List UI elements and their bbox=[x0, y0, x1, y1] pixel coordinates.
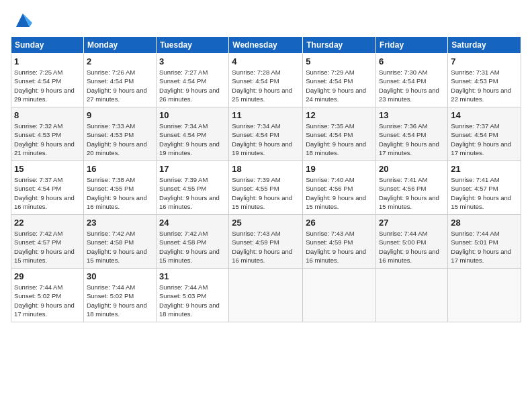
day-info: Sunrise: 7:41 AMSunset: 4:57 PMDaylight:… bbox=[451, 176, 511, 210]
weekday-header: Friday bbox=[376, 37, 448, 54]
calendar-day: 23 Sunrise: 7:42 AMSunset: 4:58 PMDaylig… bbox=[83, 215, 156, 269]
day-info: Sunrise: 7:43 AMSunset: 4:59 PMDaylight:… bbox=[306, 230, 366, 264]
calendar-day: 16 Sunrise: 7:38 AMSunset: 4:55 PMDaylig… bbox=[83, 161, 156, 215]
calendar-day: 14 Sunrise: 7:37 AMSunset: 4:54 PMDaylig… bbox=[448, 107, 521, 161]
day-number: 10 bbox=[159, 110, 226, 120]
day-number: 4 bbox=[232, 56, 300, 66]
day-info: Sunrise: 7:42 AMSunset: 4:58 PMDaylight:… bbox=[159, 230, 220, 264]
logo-icon bbox=[13, 11, 32, 30]
calendar-day: 9 Sunrise: 7:33 AMSunset: 4:53 PMDayligh… bbox=[83, 107, 156, 161]
day-info: Sunrise: 7:41 AMSunset: 4:56 PMDaylight:… bbox=[379, 176, 439, 210]
day-info: Sunrise: 7:31 AMSunset: 4:53 PMDaylight:… bbox=[451, 68, 511, 103]
page: SundayMondayTuesdayWednesdayThursdayFrid… bbox=[0, 0, 532, 411]
calendar-day: 5 Sunrise: 7:29 AMSunset: 4:54 PMDayligh… bbox=[303, 54, 376, 107]
day-info: Sunrise: 7:44 AMSunset: 5:00 PMDaylight:… bbox=[379, 230, 439, 264]
calendar-day: 22 Sunrise: 7:42 AMSunset: 4:57 PMDaylig… bbox=[11, 215, 84, 269]
day-info: Sunrise: 7:40 AMSunset: 4:56 PMDaylight:… bbox=[306, 176, 366, 210]
calendar-day: 4 Sunrise: 7:28 AMSunset: 4:54 PMDayligh… bbox=[229, 54, 303, 107]
calendar-week: 8 Sunrise: 7:32 AMSunset: 4:53 PMDayligh… bbox=[11, 107, 521, 161]
day-info: Sunrise: 7:38 AMSunset: 4:55 PMDaylight:… bbox=[87, 176, 147, 210]
calendar-day: 18 Sunrise: 7:39 AMSunset: 4:55 PMDaylig… bbox=[229, 161, 303, 215]
weekday-header: Sunday bbox=[11, 37, 84, 54]
day-number: 16 bbox=[87, 164, 153, 174]
calendar-day: 3 Sunrise: 7:27 AMSunset: 4:54 PMDayligh… bbox=[157, 54, 229, 107]
day-info: Sunrise: 7:33 AMSunset: 4:53 PMDaylight:… bbox=[87, 122, 147, 156]
day-number: 3 bbox=[159, 56, 226, 66]
calendar-week: 15 Sunrise: 7:37 AMSunset: 4:54 PMDaylig… bbox=[11, 161, 521, 215]
calendar-day: 26 Sunrise: 7:43 AMSunset: 4:59 PMDaylig… bbox=[303, 215, 376, 269]
calendar-day: 27 Sunrise: 7:44 AMSunset: 5:00 PMDaylig… bbox=[376, 215, 448, 269]
calendar-day: 11 Sunrise: 7:34 AMSunset: 4:54 PMDaylig… bbox=[229, 107, 303, 161]
day-info: Sunrise: 7:34 AMSunset: 4:54 PMDaylight:… bbox=[159, 122, 220, 156]
day-info: Sunrise: 7:32 AMSunset: 4:53 PMDaylight:… bbox=[14, 122, 75, 156]
day-info: Sunrise: 7:39 AMSunset: 4:55 PMDaylight:… bbox=[159, 176, 220, 210]
day-number: 2 bbox=[87, 56, 153, 66]
calendar-day: 24 Sunrise: 7:42 AMSunset: 4:58 PMDaylig… bbox=[157, 215, 229, 269]
calendar-day: 6 Sunrise: 7:30 AMSunset: 4:54 PMDayligh… bbox=[376, 54, 448, 107]
empty-cell bbox=[303, 269, 376, 322]
day-number: 23 bbox=[87, 218, 153, 228]
calendar-day: 2 Sunrise: 7:26 AMSunset: 4:54 PMDayligh… bbox=[83, 54, 156, 107]
day-number: 24 bbox=[159, 218, 226, 228]
calendar-day: 15 Sunrise: 7:37 AMSunset: 4:54 PMDaylig… bbox=[11, 161, 84, 215]
day-info: Sunrise: 7:27 AMSunset: 4:54 PMDaylight:… bbox=[159, 68, 220, 103]
day-number: 21 bbox=[451, 164, 518, 174]
day-info: Sunrise: 7:35 AMSunset: 4:54 PMDaylight:… bbox=[306, 122, 366, 156]
calendar-day: 17 Sunrise: 7:39 AMSunset: 4:55 PMDaylig… bbox=[157, 161, 229, 215]
weekday-header: Monday bbox=[83, 37, 156, 54]
day-info: Sunrise: 7:34 AMSunset: 4:54 PMDaylight:… bbox=[232, 122, 292, 156]
day-number: 6 bbox=[379, 56, 445, 66]
day-number: 12 bbox=[306, 110, 373, 120]
day-info: Sunrise: 7:36 AMSunset: 4:54 PMDaylight:… bbox=[379, 122, 439, 156]
day-number: 20 bbox=[379, 164, 445, 174]
day-info: Sunrise: 7:25 AMSunset: 4:54 PMDaylight:… bbox=[14, 68, 75, 103]
calendar-day: 21 Sunrise: 7:41 AMSunset: 4:57 PMDaylig… bbox=[448, 161, 521, 215]
empty-cell bbox=[376, 269, 448, 322]
calendar-day: 10 Sunrise: 7:34 AMSunset: 4:54 PMDaylig… bbox=[157, 107, 229, 161]
calendar-day: 25 Sunrise: 7:43 AMSunset: 4:59 PMDaylig… bbox=[229, 215, 303, 269]
header bbox=[11, 11, 521, 30]
day-number: 11 bbox=[232, 110, 300, 120]
day-number: 19 bbox=[306, 164, 373, 174]
calendar-day: 13 Sunrise: 7:36 AMSunset: 4:54 PMDaylig… bbox=[376, 107, 448, 161]
day-number: 26 bbox=[306, 218, 373, 228]
calendar-day: 1 Sunrise: 7:25 AMSunset: 4:54 PMDayligh… bbox=[11, 54, 84, 107]
calendar-week: 1 Sunrise: 7:25 AMSunset: 4:54 PMDayligh… bbox=[11, 54, 521, 107]
weekday-header: Thursday bbox=[303, 37, 376, 54]
calendar-day: 19 Sunrise: 7:40 AMSunset: 4:56 PMDaylig… bbox=[303, 161, 376, 215]
calendar-week: 22 Sunrise: 7:42 AMSunset: 4:57 PMDaylig… bbox=[11, 215, 521, 269]
day-number: 14 bbox=[451, 110, 518, 120]
day-number: 1 bbox=[14, 56, 81, 66]
day-info: Sunrise: 7:42 AMSunset: 4:57 PMDaylight:… bbox=[14, 230, 75, 264]
day-number: 5 bbox=[306, 56, 373, 66]
day-number: 22 bbox=[14, 218, 81, 228]
empty-cell bbox=[448, 269, 521, 322]
day-number: 29 bbox=[14, 271, 81, 281]
day-number: 9 bbox=[87, 110, 153, 120]
day-number: 27 bbox=[379, 218, 445, 228]
day-info: Sunrise: 7:37 AMSunset: 4:54 PMDaylight:… bbox=[14, 176, 75, 210]
day-number: 15 bbox=[14, 164, 81, 174]
day-info: Sunrise: 7:44 AMSunset: 5:01 PMDaylight:… bbox=[451, 230, 511, 264]
calendar-day: 30 Sunrise: 7:44 AMSunset: 5:02 PMDaylig… bbox=[83, 269, 156, 322]
day-info: Sunrise: 7:26 AMSunset: 4:54 PMDaylight:… bbox=[87, 68, 147, 103]
day-info: Sunrise: 7:44 AMSunset: 5:02 PMDaylight:… bbox=[87, 283, 147, 318]
day-info: Sunrise: 7:39 AMSunset: 4:55 PMDaylight:… bbox=[232, 176, 292, 210]
calendar-week: 29 Sunrise: 7:44 AMSunset: 5:02 PMDaylig… bbox=[11, 269, 521, 322]
day-number: 31 bbox=[159, 271, 226, 281]
calendar-day: 28 Sunrise: 7:44 AMSunset: 5:01 PMDaylig… bbox=[448, 215, 521, 269]
day-number: 7 bbox=[451, 56, 518, 66]
day-number: 28 bbox=[451, 218, 518, 228]
day-info: Sunrise: 7:43 AMSunset: 4:59 PMDaylight:… bbox=[232, 230, 292, 264]
day-number: 30 bbox=[87, 271, 153, 281]
calendar-day: 29 Sunrise: 7:44 AMSunset: 5:02 PMDaylig… bbox=[11, 269, 84, 322]
calendar-day: 31 Sunrise: 7:44 AMSunset: 5:03 PMDaylig… bbox=[157, 269, 229, 322]
day-number: 13 bbox=[379, 110, 445, 120]
day-info: Sunrise: 7:28 AMSunset: 4:54 PMDaylight:… bbox=[232, 68, 292, 103]
calendar-day: 12 Sunrise: 7:35 AMSunset: 4:54 PMDaylig… bbox=[303, 107, 376, 161]
day-number: 25 bbox=[232, 218, 300, 228]
day-info: Sunrise: 7:29 AMSunset: 4:54 PMDaylight:… bbox=[306, 68, 366, 103]
calendar-table: SundayMondayTuesdayWednesdayThursdayFrid… bbox=[11, 36, 521, 322]
calendar-day: 8 Sunrise: 7:32 AMSunset: 4:53 PMDayligh… bbox=[11, 107, 84, 161]
day-info: Sunrise: 7:30 AMSunset: 4:54 PMDaylight:… bbox=[379, 68, 439, 103]
